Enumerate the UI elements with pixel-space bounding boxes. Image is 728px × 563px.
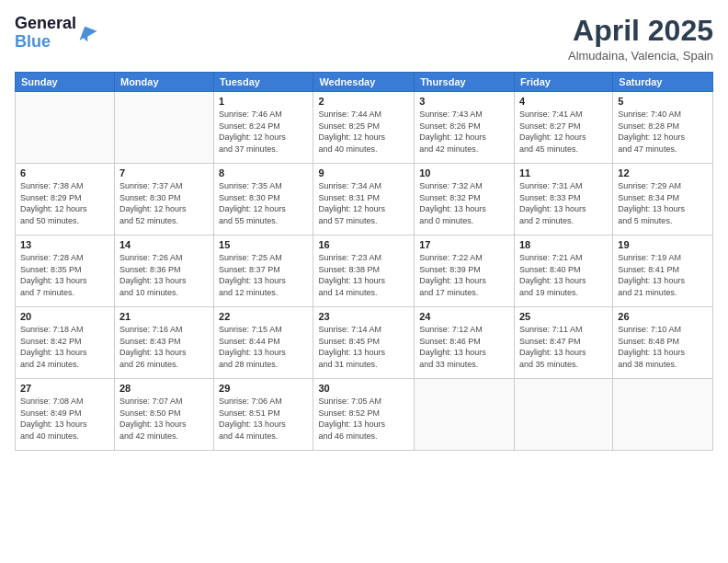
day-number: 20 [20, 311, 109, 322]
day-number: 22 [219, 311, 308, 322]
calendar-body: 1Sunrise: 7:46 AMSunset: 8:24 PMDaylight… [16, 92, 713, 451]
calendar-day-cell: 8Sunrise: 7:35 AMSunset: 8:30 PMDaylight… [214, 164, 313, 236]
day-info: Sunrise: 7:18 AMSunset: 8:42 PMDaylight:… [20, 324, 109, 370]
day-info: Sunrise: 7:31 AMSunset: 8:33 PMDaylight:… [519, 180, 608, 226]
logo-text: GeneralBlue [15, 15, 76, 52]
day-info: Sunrise: 7:37 AMSunset: 8:30 PMDaylight:… [119, 180, 209, 226]
calendar-day-cell: 15Sunrise: 7:25 AMSunset: 8:37 PMDayligh… [214, 236, 313, 307]
weekday-header-cell: Tuesday [214, 73, 313, 92]
calendar-day-cell: 21Sunrise: 7:16 AMSunset: 8:43 PMDayligh… [114, 307, 213, 379]
calendar-day-cell: 10Sunrise: 7:32 AMSunset: 8:32 PMDayligh… [415, 164, 515, 236]
weekday-header-cell: Friday [514, 73, 612, 92]
day-number: 8 [219, 167, 308, 178]
calendar-day-cell: 5Sunrise: 7:40 AMSunset: 8:28 PMDaylight… [613, 92, 713, 164]
weekday-header: SundayMondayTuesdayWednesdayThursdayFrid… [16, 73, 713, 92]
calendar-week-row: 13Sunrise: 7:28 AMSunset: 8:35 PMDayligh… [16, 236, 713, 307]
calendar-day-cell [613, 379, 713, 451]
calendar-day-cell: 29Sunrise: 7:06 AMSunset: 8:51 PMDayligh… [214, 379, 313, 451]
day-info: Sunrise: 7:10 AMSunset: 8:48 PMDaylight:… [618, 324, 708, 370]
day-number: 21 [119, 311, 209, 322]
calendar-week-row: 6Sunrise: 7:38 AMSunset: 8:29 PMDaylight… [16, 164, 713, 236]
day-number: 26 [618, 311, 708, 322]
day-number: 4 [519, 96, 608, 107]
day-info: Sunrise: 7:16 AMSunset: 8:43 PMDaylight:… [119, 324, 209, 370]
day-info: Sunrise: 7:22 AMSunset: 8:39 PMDaylight:… [419, 252, 509, 298]
calendar-day-cell [114, 92, 213, 164]
weekday-header-cell: Thursday [415, 73, 515, 92]
day-number: 5 [618, 96, 708, 107]
header: GeneralBlue April 2025 Almudaina, Valenc… [15, 15, 713, 63]
day-number: 23 [318, 311, 409, 322]
calendar-day-cell: 20Sunrise: 7:18 AMSunset: 8:42 PMDayligh… [16, 307, 115, 379]
day-info: Sunrise: 7:19 AMSunset: 8:41 PMDaylight:… [618, 252, 708, 298]
day-info: Sunrise: 7:34 AMSunset: 8:31 PMDaylight:… [318, 180, 409, 226]
weekday-header-cell: Wednesday [313, 73, 415, 92]
day-number: 28 [119, 383, 209, 394]
subtitle: Almudaina, Valencia, Spain [568, 49, 713, 63]
day-info: Sunrise: 7:11 AMSunset: 8:47 PMDaylight:… [519, 324, 608, 370]
calendar-day-cell: 30Sunrise: 7:05 AMSunset: 8:52 PMDayligh… [313, 379, 415, 451]
calendar: SundayMondayTuesdayWednesdayThursdayFrid… [15, 72, 713, 451]
day-info: Sunrise: 7:43 AMSunset: 8:26 PMDaylight:… [419, 109, 509, 155]
calendar-day-cell: 28Sunrise: 7:07 AMSunset: 8:50 PMDayligh… [114, 379, 213, 451]
day-info: Sunrise: 7:35 AMSunset: 8:30 PMDaylight:… [219, 180, 308, 226]
calendar-day-cell: 4Sunrise: 7:41 AMSunset: 8:27 PMDaylight… [514, 92, 612, 164]
day-number: 11 [519, 167, 608, 178]
calendar-day-cell: 9Sunrise: 7:34 AMSunset: 8:31 PMDaylight… [313, 164, 415, 236]
calendar-day-cell: 23Sunrise: 7:14 AMSunset: 8:45 PMDayligh… [313, 307, 415, 379]
day-info: Sunrise: 7:25 AMSunset: 8:37 PMDaylight:… [219, 252, 308, 298]
day-number: 3 [419, 96, 509, 107]
calendar-day-cell: 19Sunrise: 7:19 AMSunset: 8:41 PMDayligh… [613, 236, 713, 307]
day-number: 12 [618, 167, 708, 178]
day-info: Sunrise: 7:38 AMSunset: 8:29 PMDaylight:… [20, 180, 109, 226]
calendar-day-cell [16, 92, 115, 164]
title-block: April 2025 Almudaina, Valencia, Spain [568, 15, 713, 63]
calendar-week-row: 1Sunrise: 7:46 AMSunset: 8:24 PMDaylight… [16, 92, 713, 164]
day-info: Sunrise: 7:23 AMSunset: 8:38 PMDaylight:… [318, 252, 409, 298]
day-info: Sunrise: 7:44 AMSunset: 8:25 PMDaylight:… [318, 109, 409, 155]
day-number: 27 [20, 383, 109, 394]
day-info: Sunrise: 7:05 AMSunset: 8:52 PMDaylight:… [318, 396, 409, 442]
day-info: Sunrise: 7:28 AMSunset: 8:35 PMDaylight:… [20, 252, 109, 298]
day-info: Sunrise: 7:32 AMSunset: 8:32 PMDaylight:… [419, 180, 509, 226]
logo-icon [78, 23, 98, 43]
weekday-header-cell: Monday [114, 73, 213, 92]
day-number: 13 [20, 239, 109, 250]
calendar-day-cell: 1Sunrise: 7:46 AMSunset: 8:24 PMDaylight… [214, 92, 313, 164]
calendar-day-cell: 14Sunrise: 7:26 AMSunset: 8:36 PMDayligh… [114, 236, 213, 307]
calendar-day-cell: 3Sunrise: 7:43 AMSunset: 8:26 PMDaylight… [415, 92, 515, 164]
day-info: Sunrise: 7:14 AMSunset: 8:45 PMDaylight:… [318, 324, 409, 370]
day-info: Sunrise: 7:29 AMSunset: 8:34 PMDaylight:… [618, 180, 708, 226]
calendar-day-cell: 2Sunrise: 7:44 AMSunset: 8:25 PMDaylight… [313, 92, 415, 164]
calendar-day-cell [415, 379, 515, 451]
day-number: 24 [419, 311, 509, 322]
weekday-header-cell: Sunday [16, 73, 115, 92]
day-number: 14 [119, 239, 209, 250]
day-number: 18 [519, 239, 608, 250]
calendar-week-row: 27Sunrise: 7:08 AMSunset: 8:49 PMDayligh… [16, 379, 713, 451]
day-number: 10 [419, 167, 509, 178]
calendar-day-cell: 11Sunrise: 7:31 AMSunset: 8:33 PMDayligh… [514, 164, 612, 236]
logo: GeneralBlue [15, 15, 98, 52]
calendar-day-cell: 6Sunrise: 7:38 AMSunset: 8:29 PMDaylight… [16, 164, 115, 236]
calendar-day-cell: 18Sunrise: 7:21 AMSunset: 8:40 PMDayligh… [514, 236, 612, 307]
day-info: Sunrise: 7:21 AMSunset: 8:40 PMDaylight:… [519, 252, 608, 298]
calendar-day-cell: 25Sunrise: 7:11 AMSunset: 8:47 PMDayligh… [514, 307, 612, 379]
day-number: 6 [20, 167, 109, 178]
calendar-day-cell: 22Sunrise: 7:15 AMSunset: 8:44 PMDayligh… [214, 307, 313, 379]
day-number: 2 [318, 96, 409, 107]
weekday-header-cell: Saturday [613, 73, 713, 92]
day-info: Sunrise: 7:26 AMSunset: 8:36 PMDaylight:… [119, 252, 209, 298]
calendar-day-cell: 17Sunrise: 7:22 AMSunset: 8:39 PMDayligh… [415, 236, 515, 307]
day-number: 17 [419, 239, 509, 250]
calendar-day-cell: 13Sunrise: 7:28 AMSunset: 8:35 PMDayligh… [16, 236, 115, 307]
calendar-week-row: 20Sunrise: 7:18 AMSunset: 8:42 PMDayligh… [16, 307, 713, 379]
day-number: 30 [318, 383, 409, 394]
day-number: 9 [318, 167, 409, 178]
day-number: 7 [119, 167, 209, 178]
day-number: 25 [519, 311, 608, 322]
calendar-day-cell: 16Sunrise: 7:23 AMSunset: 8:38 PMDayligh… [313, 236, 415, 307]
calendar-day-cell: 7Sunrise: 7:37 AMSunset: 8:30 PMDaylight… [114, 164, 213, 236]
month-title: April 2025 [568, 15, 713, 47]
day-number: 15 [219, 239, 308, 250]
